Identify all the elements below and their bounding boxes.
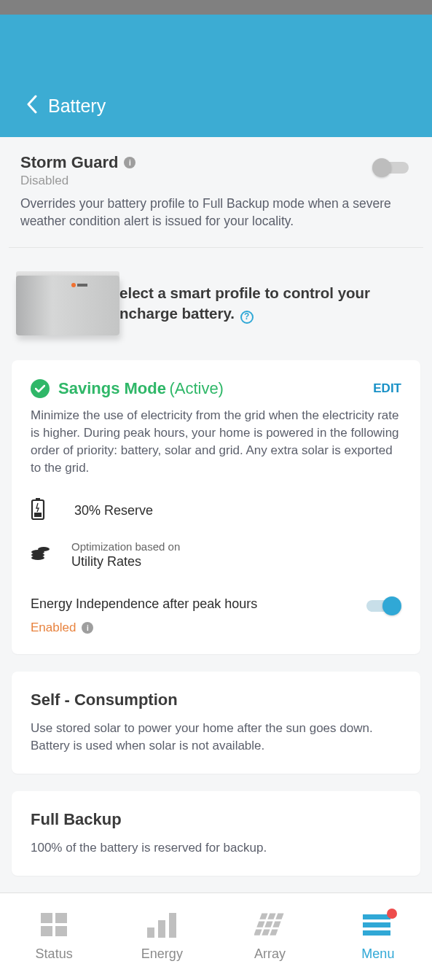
svg-rect-10 (55, 926, 67, 936)
energy-independence-label: Energy Independence after peak hours (31, 596, 257, 612)
self-consumption-description: Use stored solar to power your home afte… (31, 720, 401, 755)
self-consumption-card[interactable]: Self - Consumption Use stored solar to p… (12, 672, 420, 774)
encharge-battery-image (12, 268, 95, 338)
svg-rect-22 (270, 930, 278, 936)
svg-rect-11 (147, 928, 154, 938)
back-button[interactable] (26, 95, 38, 117)
svg-rect-18 (264, 922, 272, 928)
profile-intro-text: Select a smart profile to control your E… (109, 283, 413, 324)
device-status-bar (0, 0, 432, 15)
help-icon[interactable]: ? (240, 311, 254, 324)
info-icon[interactable]: i (124, 157, 136, 168)
svg-rect-15 (267, 914, 275, 919)
nav-label: Status (36, 946, 73, 962)
energy-independence-status: Enabled (31, 621, 76, 635)
profile-intro-row: Select a smart profile to control your E… (9, 248, 423, 360)
main-content: Storm Guard i Disabled Overrides your ba… (0, 137, 432, 892)
svg-rect-24 (363, 922, 390, 928)
menu-icon (362, 911, 394, 939)
coins-icon (31, 545, 50, 565)
svg-rect-21 (262, 930, 270, 936)
info-icon[interactable]: i (82, 622, 93, 634)
chevron-left-icon (26, 95, 38, 114)
self-consumption-title: Self - Consumption (31, 691, 401, 709)
svg-rect-7 (41, 913, 52, 923)
storm-guard-title-row: Storm Guard i (20, 153, 136, 172)
optimization-value: Utility Rates (71, 554, 180, 569)
svg-rect-12 (158, 920, 165, 938)
svg-rect-19 (272, 922, 280, 928)
savings-active-badge: (Active) (169, 379, 224, 397)
storm-guard-title: Storm Guard (20, 153, 118, 172)
svg-rect-20 (254, 930, 262, 936)
svg-rect-13 (169, 913, 176, 938)
storm-guard-status: Disabled (20, 174, 136, 188)
savings-mode-card[interactable]: Savings Mode (Active) EDIT Minimize the … (12, 360, 420, 654)
svg-rect-17 (256, 922, 264, 928)
svg-rect-14 (259, 914, 267, 919)
battery-reserve-icon (31, 498, 50, 523)
storm-guard-description: Overrides your battery profile to Full B… (20, 195, 399, 230)
nav-status[interactable]: Status (0, 893, 108, 980)
energy-icon (146, 911, 178, 939)
nav-label: Menu (361, 946, 394, 962)
svg-rect-9 (41, 926, 52, 936)
nav-array[interactable]: Array (216, 893, 324, 980)
array-icon (254, 911, 286, 939)
energy-independence-toggle[interactable] (362, 596, 401, 616)
notification-dot-icon (387, 909, 397, 919)
nav-menu[interactable]: Menu (324, 893, 432, 980)
svg-rect-8 (55, 913, 67, 923)
optimization-label: Optimization based on (71, 540, 180, 553)
full-backup-title: Full Backup (31, 810, 401, 829)
svg-point-6 (38, 547, 50, 551)
status-icon (38, 911, 70, 939)
edit-button[interactable]: EDIT (373, 381, 401, 396)
storm-guard-toggle[interactable] (372, 158, 412, 178)
full-backup-card[interactable]: Full Backup 100% of the battery is reser… (12, 791, 420, 876)
svg-rect-16 (275, 914, 283, 919)
page-header: Battery (0, 15, 432, 137)
full-backup-description: 100% of the battery is reserved for back… (31, 839, 401, 857)
check-circle-icon (31, 379, 50, 398)
svg-rect-25 (363, 930, 390, 936)
svg-rect-2 (34, 513, 42, 517)
storm-guard-section: Storm Guard i Disabled Overrides your ba… (9, 137, 423, 248)
nav-energy[interactable]: Energy (108, 893, 216, 980)
page-title: Battery (48, 96, 106, 117)
svg-rect-23 (363, 914, 390, 919)
savings-description: Minimize the use of electricity from the… (31, 407, 401, 476)
nav-label: Energy (141, 946, 183, 962)
reserve-value: 30% Reserve (74, 503, 153, 518)
savings-mode-title: Savings Mode (58, 379, 166, 397)
nav-label: Array (254, 946, 286, 962)
bottom-nav: Status Energy (0, 892, 432, 980)
